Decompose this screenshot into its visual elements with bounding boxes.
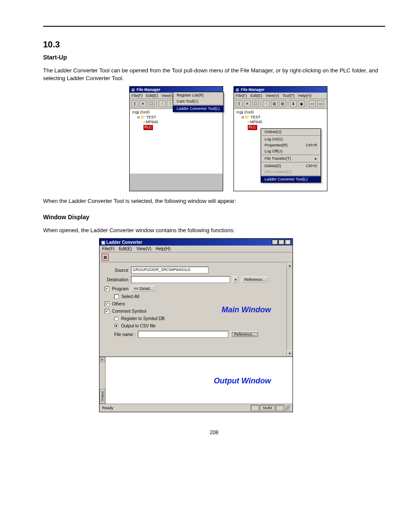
ctx-online[interactable]: Online(O) — [261, 129, 321, 135]
others-checkbox[interactable]: ✔ — [105, 302, 109, 306]
ctx-logon[interactable]: Log On(G) — [261, 136, 321, 142]
section-title-startup: Start-Up — [43, 54, 385, 61]
toolbar-btn-6[interactable]: ⊞ — [279, 100, 286, 107]
detail-button[interactable]: << Detail... — [131, 286, 156, 292]
output-csv-radio[interactable] — [114, 324, 118, 328]
scroll-up-icon[interactable]: ▲ — [287, 262, 293, 268]
app-title: File Manager — [137, 87, 160, 92]
filename-input[interactable] — [138, 331, 228, 338]
ctx-properties[interactable]: Properties(R)Ctrl+R — [261, 142, 321, 148]
ctx-logoff[interactable]: Log Off(U) — [261, 148, 321, 154]
file-manager-window-1: ◎ File Manager File(F) Edit(E) View(V) T… — [129, 86, 223, 191]
toolbar-btn-9[interactable]: ▭ — [309, 100, 316, 107]
menu-edit[interactable]: Edit(E) — [146, 93, 158, 98]
titlebar: ▣ Ladder Converter _ □ ✕ — [100, 239, 293, 246]
toolbar-btn-4[interactable]: ⋮ — [159, 100, 165, 107]
menu-view[interactable]: View(V) — [266, 93, 279, 98]
tree-root[interactable]: ⊟ 🖴 (root) — [237, 110, 326, 115]
follow-text: When the Ladder Converter Tool is select… — [43, 197, 385, 205]
toolbar-btn-3[interactable]: ☐ — [148, 100, 155, 107]
reference-button-2[interactable]: Reference... — [231, 331, 258, 337]
menu-view[interactable]: View(V) — [136, 246, 151, 251]
program-label: Program — [112, 286, 128, 291]
app-icon: ◎ — [236, 87, 239, 92]
tree-test[interactable]: ⊟ 📁 TEST — [137, 115, 222, 120]
tree-mp940[interactable]: ▫ MP940 — [143, 120, 222, 125]
menu-tool[interactable]: Tool(T) — [283, 93, 295, 98]
menu-help[interactable]: Help(H) — [156, 246, 170, 251]
tool-dropdown[interactable]: Register List(R) Cam Tool(C) Ladder Conv… — [173, 92, 224, 112]
section-number: 10.3 — [43, 40, 385, 50]
tree-pane: ⊟ 🖴 (root) ⊟ 📁 TEST ▫ MP940 PLC Register… — [130, 109, 223, 174]
scroll-down-icon[interactable]: ▼ — [287, 350, 293, 356]
menu-register-list[interactable]: Register List(R) — [173, 92, 223, 98]
status-cell-empty — [251, 405, 259, 411]
menu-file[interactable]: File(F) — [131, 93, 143, 98]
tree-test[interactable]: ⊟ 📁 TEST — [242, 115, 326, 120]
app-icon: ◎ — [131, 87, 135, 92]
status-cell-empty-2 — [276, 405, 284, 411]
toolbar-convert-icon[interactable]: ▦ — [102, 254, 109, 261]
output-panel: ✕ Output Output Window — [100, 356, 293, 404]
toolbar-btn-2[interactable]: ✕ — [140, 100, 146, 107]
ctx-delete[interactable]: Delete(D)Ctrl+D — [261, 163, 321, 169]
menubar[interactable]: File(F) Edit(E) View(V) Help(H) — [100, 246, 293, 252]
output-tab[interactable]: Output — [100, 389, 105, 404]
destination-label: Destination — [105, 277, 128, 282]
program-checkbox[interactable]: ✔ — [105, 286, 109, 291]
file-manager-window-2: ◎ File Manager File(F) Edit(E) View(V) T… — [234, 86, 327, 191]
toolbar-btn-1[interactable]: ↥ — [236, 100, 243, 107]
main-window-label: Main Window — [221, 305, 271, 314]
toolbar-btn-3[interactable]: ☐ — [252, 100, 259, 107]
ctx-file-transfer[interactable]: File Transfer(T)▸ — [261, 156, 321, 162]
page-number: 208 — [43, 429, 385, 436]
comment-symbol-checkbox[interactable]: ✔ — [105, 309, 109, 314]
close-button[interactable]: ✕ — [285, 240, 291, 245]
destination-dropdown-icon[interactable]: ▼ — [233, 276, 239, 283]
register-symbol-label: Register to Symbol DB — [121, 316, 165, 321]
menu-ladder-converter[interactable]: Ladder Converter Tool(L) — [173, 106, 223, 112]
ctx-ladder-converter[interactable]: Ladder Converter Tool(L) — [261, 176, 321, 182]
toolbar-btn-5[interactable]: ⊞ — [271, 100, 278, 107]
app-icon: ▣ — [101, 240, 105, 245]
toolbar-btn-10[interactable]: ▭ — [317, 100, 324, 107]
status-ready: Ready — [102, 406, 113, 410]
source-input[interactable]: GROUP1\ODR_SRC\MP940OLD — [131, 267, 209, 274]
toolbar-btn-7[interactable]: ⬇ — [290, 100, 297, 107]
comment-symbol-label: Comment Symbol — [112, 309, 146, 314]
main-panel: Source GROUP1\ODR_SRC\MP940OLD Destinati… — [100, 262, 293, 356]
select-all-checkbox[interactable] — [114, 294, 119, 299]
intro-text: The Ladder Converter Tool can be opened … — [43, 67, 385, 82]
menu-cam-tool[interactable]: Cam Tool(C) — [173, 98, 223, 104]
ladder-converter-window: ▣ Ladder Converter _ □ ✕ File(F) Edit(E)… — [99, 238, 293, 412]
toolbar: ▦ — [100, 252, 293, 262]
scrollbar-vertical[interactable]: ▲ ▼ — [286, 262, 293, 356]
section-text-2: When opened, the Ladder Converter window… — [43, 227, 385, 234]
menu-edit[interactable]: Edit(E) — [250, 93, 262, 98]
app-title: File Manager — [241, 87, 265, 92]
menu-file[interactable]: File(F) — [236, 93, 247, 98]
register-symbol-radio[interactable] — [114, 317, 118, 321]
others-label: Others — [112, 302, 125, 306]
toolbar-btn-8[interactable]: ◉ — [298, 100, 305, 107]
toolbar-btn-1[interactable]: ↥ — [131, 100, 138, 107]
tree-mp940[interactable]: ▫ MP940 — [247, 120, 326, 125]
minimize-button[interactable]: _ — [272, 240, 278, 245]
section-title-window-display: Window Display — [43, 214, 385, 221]
output-close-icon[interactable]: ✕ — [100, 357, 105, 362]
destination-input[interactable] — [131, 276, 230, 283]
titlebar: ◎ File Manager — [234, 87, 327, 93]
reference-button[interactable]: Reference... — [241, 277, 268, 283]
resize-grip-icon[interactable] — [284, 405, 290, 411]
menu-edit[interactable]: Edit(E) — [119, 246, 132, 251]
tree-plc[interactable]: PLC — [143, 125, 222, 130]
context-menu[interactable]: Online(O) Log On(G) Properties(R)Ctrl+R … — [261, 128, 321, 183]
menubar[interactable]: File(F) Edit(E) View(V) Tool(T) Help(H) — [234, 93, 327, 99]
menu-help[interactable]: Help(H) — [298, 93, 311, 98]
menu-file[interactable]: File(F) — [102, 246, 115, 251]
filename-label: File name : — [114, 332, 135, 337]
source-label: Source — [105, 268, 128, 273]
maximize-button[interactable]: □ — [278, 240, 284, 245]
toolbar-btn-2[interactable]: ✕ — [244, 100, 251, 107]
toolbar-btn-4[interactable]: ⋮ — [263, 100, 270, 107]
